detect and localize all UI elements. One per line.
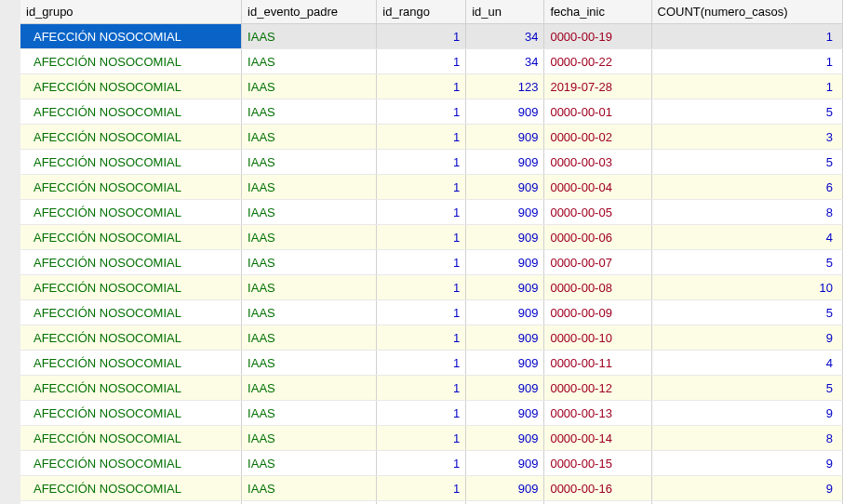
cell-id-grupo[interactable]: AFECCIÓN NOSOCOMIAL	[20, 376, 242, 401]
cell-id-rango[interactable]: 1	[377, 24, 466, 49]
table-row[interactable]: AFECCIÓN NOSOCOMIALIAAS1340000-00-221	[20, 49, 843, 74]
cell-id-evento-padre[interactable]: IAAS	[242, 150, 377, 175]
cell-id-evento-padre[interactable]: IAAS	[242, 175, 377, 200]
cell-id-un[interactable]: 909	[466, 125, 544, 150]
cell-id-rango[interactable]: 1	[377, 300, 466, 325]
cell-id-un[interactable]: 909	[466, 351, 544, 376]
cell-id-rango[interactable]: 1	[377, 99, 466, 125]
cell-id-un[interactable]: 909	[466, 501, 544, 505]
cell-id-un[interactable]: 909	[466, 150, 544, 175]
cell-id-rango[interactable]: 1	[377, 150, 466, 175]
cell-fecha-inic[interactable]: 0000-00-04	[544, 175, 651, 200]
cell-count[interactable]: 5	[651, 250, 842, 275]
cell-count[interactable]: 1	[651, 49, 842, 74]
table-row[interactable]: AFECCIÓN NOSOCOMIALIAAS19090000-00-139	[20, 401, 843, 426]
cell-fecha-inic[interactable]: 0000-00-22	[544, 49, 651, 74]
cell-id-rango[interactable]: 1	[377, 49, 466, 74]
table-row[interactable]: AFECCIÓN NOSOCOMIALIAAS19090000-00-064	[20, 225, 843, 250]
cell-count[interactable]: 5	[651, 376, 842, 401]
cell-count[interactable]: 1	[651, 74, 842, 99]
cell-id-un[interactable]: 909	[466, 451, 544, 476]
table-row[interactable]: AFECCIÓN NOSOCOMIALIAAS19090000-00-169	[20, 476, 843, 501]
cell-id-un[interactable]: 34	[466, 24, 544, 49]
cell-id-grupo[interactable]: AFECCIÓN NOSOCOMIAL	[20, 275, 242, 300]
cell-count[interactable]: 5	[651, 501, 842, 505]
cell-id-rango[interactable]: 1	[377, 351, 466, 376]
cell-fecha-inic[interactable]: 0000-00-10	[544, 325, 651, 351]
cell-fecha-inic[interactable]: 0000-00-11	[544, 351, 651, 376]
cell-fecha-inic[interactable]: 0000-00-09	[544, 300, 651, 325]
table-row[interactable]: AFECCIÓN NOSOCOMIALIAAS19090000-00-109	[20, 325, 843, 351]
results-grid[interactable]: id_grupo id_evento_padre id_rango id_un …	[20, 0, 843, 504]
table-row[interactable]: AFECCIÓN NOSOCOMIALIAAS19090000-00-0810	[20, 275, 843, 300]
table-row[interactable]: AFECCIÓN NOSOCOMIALIAAS19090000-00-046	[20, 175, 843, 200]
cell-id-evento-padre[interactable]: IAAS	[242, 74, 377, 99]
cell-id-rango[interactable]: 1	[377, 376, 466, 401]
cell-count[interactable]: 4	[651, 351, 842, 376]
cell-id-rango[interactable]: 1	[377, 200, 466, 225]
cell-id-grupo[interactable]: AFECCIÓN NOSOCOMIAL	[20, 99, 242, 125]
cell-fecha-inic[interactable]: 0000-00-05	[544, 200, 651, 225]
cell-id-rango[interactable]: 1	[377, 476, 466, 501]
cell-id-rango[interactable]: 1	[377, 451, 466, 476]
cell-id-un[interactable]: 123	[466, 74, 544, 99]
table-row[interactable]: AFECCIÓN NOSOCOMIALIAAS19090000-00-058	[20, 200, 843, 225]
cell-id-rango[interactable]: 1	[377, 74, 466, 99]
cell-fecha-inic[interactable]: 0000-00-02	[544, 125, 651, 150]
cell-id-rango[interactable]: 1	[377, 275, 466, 300]
cell-id-evento-padre[interactable]: IAAS	[242, 125, 377, 150]
cell-id-un[interactable]: 909	[466, 225, 544, 250]
cell-id-grupo[interactable]: AFECCIÓN NOSOCOMIAL	[20, 501, 242, 505]
table-row[interactable]: AFECCIÓN NOSOCOMIALIAAS11232019-07-281	[20, 74, 843, 99]
cell-count[interactable]: 5	[651, 99, 842, 125]
cell-fecha-inic[interactable]: 0000-00-19	[544, 24, 651, 49]
cell-id-grupo[interactable]: AFECCIÓN NOSOCOMIAL	[20, 49, 242, 74]
cell-id-rango[interactable]: 1	[377, 501, 466, 505]
cell-id-grupo[interactable]: AFECCIÓN NOSOCOMIAL	[20, 300, 242, 325]
cell-id-grupo[interactable]: AFECCIÓN NOSOCOMIAL	[20, 351, 242, 376]
cell-fecha-inic[interactable]: 0000-00-01	[544, 99, 651, 125]
table-row[interactable]: AFECCIÓN NOSOCOMIALIAAS19090000-00-023	[20, 125, 843, 150]
cell-id-un[interactable]: 909	[466, 476, 544, 501]
cell-fecha-inic[interactable]: 0000-00-08	[544, 275, 651, 300]
cell-id-un[interactable]: 909	[466, 275, 544, 300]
col-header-id-rango[interactable]: id_rango	[377, 0, 466, 24]
cell-id-grupo[interactable]: AFECCIÓN NOSOCOMIAL	[20, 451, 242, 476]
table-row[interactable]: AFECCIÓN NOSOCOMIALIAAS19090000-00-015	[20, 99, 843, 125]
cell-fecha-inic[interactable]: 0000-00-12	[544, 376, 651, 401]
col-header-fecha-inic[interactable]: fecha_inic	[544, 0, 651, 24]
table-row[interactable]: AFECCIÓN NOSOCOMIALIAAS19090000-00-125	[20, 376, 843, 401]
cell-id-un[interactable]: 909	[466, 175, 544, 200]
cell-id-rango[interactable]: 1	[377, 401, 466, 426]
cell-id-grupo[interactable]: AFECCIÓN NOSOCOMIAL	[20, 200, 242, 225]
cell-id-rango[interactable]: 1	[377, 175, 466, 200]
table-row[interactable]: AFECCIÓN NOSOCOMIALIAAS19090000-00-035	[20, 150, 843, 175]
cell-id-evento-padre[interactable]: IAAS	[242, 476, 377, 501]
cell-id-evento-padre[interactable]: IAAS	[242, 351, 377, 376]
cell-id-evento-padre[interactable]: IAAS	[242, 24, 377, 49]
cell-id-evento-padre[interactable]: IAAS	[242, 300, 377, 325]
cell-fecha-inic[interactable]: 0000-00-06	[544, 225, 651, 250]
cell-count[interactable]: 5	[651, 300, 842, 325]
cell-id-grupo[interactable]: AFECCIÓN NOSOCOMIAL	[20, 250, 242, 275]
cell-id-un[interactable]: 909	[466, 99, 544, 125]
cell-id-evento-padre[interactable]: IAAS	[242, 501, 377, 505]
cell-id-grupo[interactable]: AFECCIÓN NOSOCOMIAL	[20, 150, 242, 175]
cell-id-rango[interactable]: 1	[377, 125, 466, 150]
cell-id-un[interactable]: 909	[466, 300, 544, 325]
cell-fecha-inic[interactable]: 0000-00-14	[544, 426, 651, 451]
cell-id-grupo[interactable]: AFECCIÓN NOSOCOMIAL	[20, 476, 242, 501]
col-header-id-un[interactable]: id_un	[466, 0, 544, 24]
cell-fecha-inic[interactable]: 0000-00-03	[544, 150, 651, 175]
cell-id-grupo[interactable]: AFECCIÓN NOSOCOMIAL	[20, 401, 242, 426]
cell-count[interactable]: 8	[651, 200, 842, 225]
cell-id-evento-padre[interactable]: IAAS	[242, 426, 377, 451]
table-row[interactable]: AFECCIÓN NOSOCOMIALIAAS19090000-00-148	[20, 426, 843, 451]
col-header-id-grupo[interactable]: id_grupo	[20, 0, 242, 24]
table-row[interactable]: AFECCIÓN NOSOCOMIALIAAS19090000-00-159	[20, 451, 843, 476]
cell-fecha-inic[interactable]: 2019-07-28	[544, 74, 651, 99]
cell-fecha-inic[interactable]: 0000-00-15	[544, 451, 651, 476]
cell-id-grupo[interactable]: AFECCIÓN NOSOCOMIAL	[20, 74, 242, 99]
cell-id-un[interactable]: 909	[466, 200, 544, 225]
cell-id-un[interactable]: 909	[466, 426, 544, 451]
